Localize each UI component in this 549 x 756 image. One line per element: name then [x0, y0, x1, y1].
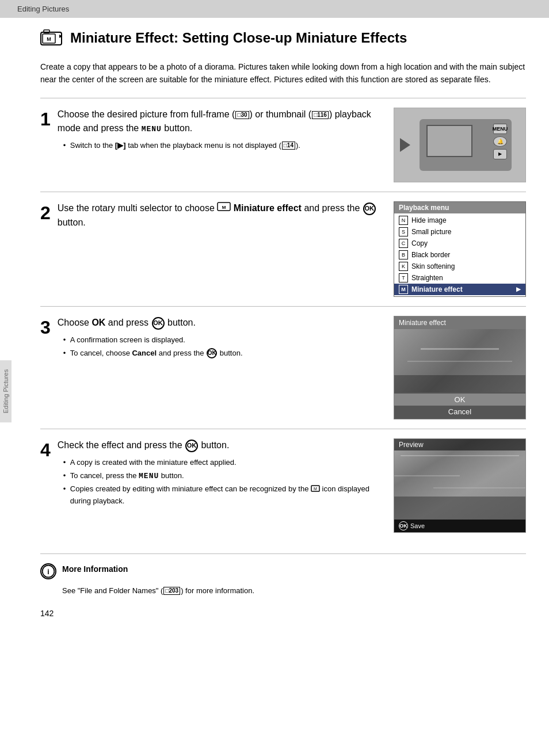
preview-save-bar: OK Save — [394, 520, 525, 532]
menu-item-skin: K Skin softening — [394, 261, 525, 272]
menu-item-straighten: T Straighten — [394, 272, 525, 284]
step-1-bullets: Switch to the [▶] tab when the playback … — [58, 140, 382, 152]
ok-circle-4: OK — [185, 440, 198, 452]
menu-item-miniature: M Miniature effect ▶ — [394, 284, 525, 295]
mini-effect-inline-icon: M — [217, 201, 231, 216]
preview-screen: Preview OK Save — [394, 438, 526, 533]
svg-text:i: i — [47, 568, 49, 576]
step-2-main: Use the rotary multi selector to choose … — [58, 201, 382, 230]
menu-item-border-label: Black border — [411, 251, 450, 259]
menu-item-copy: C Copy — [394, 238, 525, 249]
step-3-bullet-1: A confirmation screen is displayed. — [63, 334, 382, 346]
menu-item-hide: N Hide image — [394, 215, 525, 226]
playback-menu: Playback menu N Hide image S — [394, 201, 526, 297]
step-4-bullet-3: Copies created by editing with miniature… — [63, 483, 382, 507]
confirm-buttons: OK Cancel — [394, 392, 525, 419]
menu-keyword-1: MENU — [142, 125, 162, 133]
step-4-bullets: A copy is created with the miniature eff… — [58, 457, 382, 507]
confirm-screen-title: Miniature effect — [394, 316, 525, 329]
step-2-effect-label: Miniature effect — [234, 203, 302, 213]
more-info-title: More Information — [62, 563, 128, 574]
confirm-image-area — [394, 329, 525, 392]
border-icon: B — [399, 250, 408, 259]
playback-menu-title: Playback menu — [394, 202, 525, 213]
mini-icon-inline: M — [311, 484, 320, 496]
top-bar: Editing Pictures — [0, 0, 549, 18]
step-1-image: MENU 🔔 ▶ — [394, 108, 526, 182]
skin-icon: K — [399, 262, 408, 271]
ok-circle-3b: OK — [207, 348, 217, 358]
step-2-image: Playback menu N Hide image S — [394, 201, 526, 297]
page-title-section: M ▶ Miniature Effect: Setting Close-up M… — [40, 29, 526, 52]
step-3-main: Choose OK and press OK button. — [58, 316, 382, 330]
step-1-number: 1 — [40, 110, 51, 128]
page-number: 142 — [40, 609, 526, 618]
cancel-label: Cancel — [132, 349, 157, 357]
svg-rect-1 — [44, 30, 49, 33]
menu-item-copy-label: Copy — [411, 239, 428, 247]
ref-30: □30 — [235, 111, 249, 119]
step-1-row: 1 Choose the desired picture from full-f… — [40, 98, 526, 192]
step-3-row: 3 Choose OK and press OK button. A confi… — [40, 306, 526, 429]
step-4-bullet-1: A copy is created with the miniature eff… — [63, 457, 382, 469]
step-1-main: Choose the desired picture from full-fra… — [58, 108, 382, 135]
miniature-icon: M — [399, 285, 408, 294]
page-title: M ▶ Miniature Effect: Setting Close-up M… — [40, 29, 526, 47]
side-tab: Editing Pictures — [0, 360, 12, 422]
step-4-main: Check the effect and press the OK button… — [58, 438, 382, 452]
ref-14: □14 — [282, 142, 295, 150]
straighten-icon: T — [399, 273, 408, 282]
svg-text:M: M — [314, 487, 317, 491]
save-label: Save — [410, 522, 425, 529]
step-4-row: 4 Check the effect and press the OK butt… — [40, 429, 526, 542]
more-info: i More Information — [40, 563, 526, 579]
menu-item-skin-label: Skin softening — [411, 262, 455, 270]
menu-item-straighten-label: Straighten — [411, 274, 443, 282]
ok-circle-3: OK — [152, 317, 165, 330]
step-4-number: 4 — [40, 441, 51, 459]
menu-item-hide-label: Hide image — [411, 216, 447, 224]
step-4-image: Preview OK Save — [394, 438, 526, 533]
more-info-body: See "File and Folder Names" (□203) for m… — [62, 585, 526, 597]
preview-image-area — [394, 439, 525, 520]
bottom-section: i More Information See "File and Folder … — [40, 553, 526, 597]
svg-text:M: M — [222, 205, 226, 210]
intro-text: Create a copy that appears to be a photo… — [40, 60, 526, 86]
playback-menu-items: N Hide image S Small picture C Copy B — [394, 213, 525, 296]
page-title-text: Miniature Effect: Setting Close-up Minia… — [70, 30, 407, 46]
side-tab-label: Editing Pictures — [2, 369, 9, 413]
copy-icon: C — [399, 239, 408, 248]
ref-116: □116 — [312, 111, 329, 119]
step-3-bullet-2: To cancel, choose Cancel and press the O… — [63, 348, 382, 360]
step-2-number: 2 — [40, 204, 51, 222]
svg-text:M: M — [47, 36, 51, 42]
step-4-bullet-2: To cancel, press the MENU button. — [63, 470, 382, 483]
menu-item-small: S Small picture — [394, 226, 525, 238]
steps-container: 1 Choose the desired picture from full-f… — [40, 98, 526, 542]
ok-small-circle: OK — [399, 521, 408, 530]
step-2-row: 2 Use the rotary multi selector to choos… — [40, 192, 526, 306]
confirm-ok-btn[interactable]: OK — [394, 394, 525, 406]
step-3-bullets: A confirmation screen is displayed. To c… — [58, 334, 382, 360]
miniature-effect-icon: M ▶ — [40, 29, 62, 47]
step-1-content: 1 Choose the desired picture from full-f… — [40, 108, 382, 153]
step-1-bullet-1: Switch to the [▶] tab when the playback … — [63, 140, 382, 152]
ok-circle-2: OK — [363, 203, 376, 215]
menu-arrow: ▶ — [516, 286, 521, 292]
step-3-content: 3 Choose OK and press OK button. A confi… — [40, 316, 382, 361]
menu-item-border: B Black border — [394, 249, 525, 261]
step-3-number: 3 — [40, 318, 51, 337]
svg-text:▶: ▶ — [59, 34, 62, 38]
top-bar-label: Editing Pictures — [17, 5, 69, 13]
step-3-image: Miniature effect OK Cancel — [394, 316, 526, 419]
menu-item-small-label: Small picture — [411, 228, 451, 236]
preview-title: Preview — [394, 439, 525, 450]
small-icon: S — [399, 227, 408, 236]
ref-203: □203 — [163, 587, 180, 595]
menu-keyword-4: MENU — [139, 472, 159, 480]
hide-icon: N — [399, 216, 408, 225]
more-info-icon: i — [40, 563, 56, 579]
confirm-cancel-btn[interactable]: Cancel — [394, 406, 525, 418]
playback-tab-icon: [▶] — [115, 141, 126, 150]
step-4-content: 4 Check the effect and press the OK butt… — [40, 438, 382, 509]
